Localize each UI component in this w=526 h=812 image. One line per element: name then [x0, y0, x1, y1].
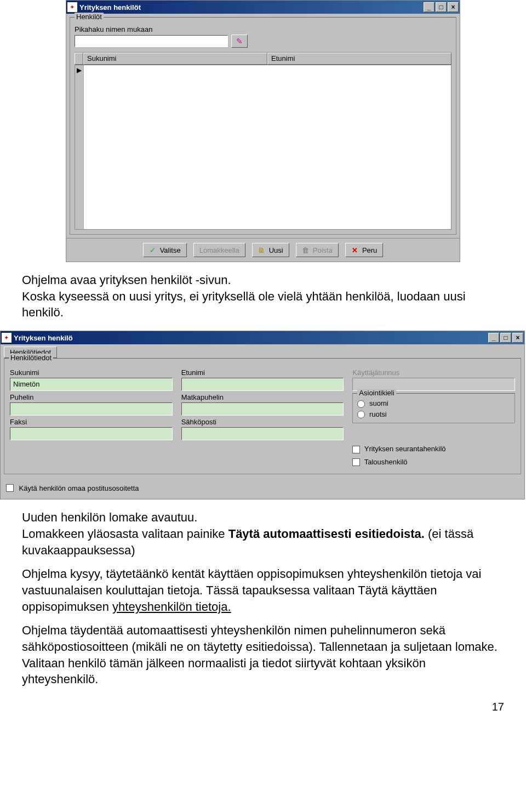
tab-row: Henkilötiedot — [1, 344, 524, 358]
clear-search-button[interactable]: ✎ — [231, 35, 248, 48]
delete-button[interactable]: 🗑 Poista — [296, 243, 339, 257]
button-row: ✓ Valitse Lomakkeella 🗎 Uusi 🗑 Poista ✕ … — [66, 238, 460, 262]
page-number: 17 — [0, 695, 526, 713]
tracking-label: Yrityksen seurantahenkilö — [364, 445, 446, 453]
p2-1c: Täytä automaattisesti esitiedoista. — [228, 527, 425, 541]
p1-line2: Koska kyseessä on uusi yritys, ei yrityk… — [22, 289, 466, 320]
table-row-selector-header — [75, 53, 83, 65]
window-buttons: _ □ × — [424, 2, 459, 12]
x-icon: ✕ — [351, 246, 359, 254]
p2-1b: Lomakkeen yläosasta valitaan painike — [22, 527, 228, 541]
email-label: Sähköposti — [181, 418, 344, 426]
group-legend: Henkilöt — [75, 13, 104, 21]
close-button[interactable]: × — [512, 333, 523, 343]
trash-icon: 🗑 — [302, 246, 310, 254]
p1-line1: Ohjelma avaa yrityksen henkilöt -sivun. — [22, 273, 231, 287]
minimize-button[interactable]: _ — [488, 333, 499, 343]
own-address-row: Käytä henkilön omaa postitusosoitetta — [1, 478, 524, 499]
cancel-label: Peru — [362, 246, 377, 254]
persons-window: ✦ Yrityksen henkilöt _ □ × Henkilöt Pika… — [66, 0, 460, 262]
form-button[interactable]: Lomakkeella — [193, 243, 245, 257]
fax-label: Faksi — [10, 418, 173, 426]
userid-label: Käyttäjätunnus — [352, 368, 515, 377]
phone-input[interactable] — [10, 402, 173, 416]
mobile-input[interactable] — [181, 402, 344, 416]
persons-group: Henkilöt Pikahaku nimen mukaan ✎ Sukunim… — [70, 17, 456, 235]
document-icon: 🗎 — [258, 246, 266, 254]
app-icon: ✦ — [2, 333, 12, 343]
firstname-label: Etunimi — [181, 368, 344, 377]
finance-checkbox[interactable] — [352, 458, 360, 466]
col-firstname[interactable]: Etunimi — [267, 53, 451, 65]
eraser-icon: ✎ — [236, 37, 243, 46]
fax-input[interactable] — [10, 427, 173, 440]
phone-label: Puhelin — [10, 393, 173, 401]
tracking-checkbox[interactable] — [352, 446, 360, 453]
form-label: Lomakkeella — [199, 246, 239, 254]
titlebar: ✦ Yrityksen henkilöt _ □ × — [66, 1, 460, 14]
search-input[interactable] — [75, 35, 228, 47]
maximize-button[interactable]: □ — [500, 333, 511, 343]
lang-fi-label: suomi — [369, 399, 388, 407]
titlebar2: ✦ Yrityksen henkilö _ □ × — [1, 331, 524, 344]
delete-label: Poista — [313, 246, 333, 254]
p2-1a: Uuden henkilön lomake avautuu. — [22, 510, 197, 524]
email-input[interactable] — [181, 427, 344, 440]
row-marker: ▶ — [75, 65, 84, 229]
check-icon: ✓ — [149, 246, 157, 254]
maximize-button[interactable]: □ — [436, 2, 447, 12]
lastname-label: Sukunimi — [10, 368, 173, 377]
ownaddr-label: Käytä henkilön omaa postitusosoitetta — [19, 484, 139, 492]
radio-ruotsi[interactable] — [357, 411, 365, 418]
close-button[interactable]: × — [448, 2, 459, 12]
lastname-input[interactable]: Nimetön — [10, 378, 173, 391]
person-details-group: Henkilötiedot Sukunimi Nimetön Etunimi K… — [4, 358, 521, 474]
mobile-label: Matkapuhelin — [181, 393, 344, 401]
window-buttons: _ □ × — [488, 333, 523, 343]
body-text-1: Ohjelma avaa yrityksen henkilöt -sivun. … — [0, 272, 526, 321]
table-header: Sukunimi Etunimi — [75, 52, 451, 65]
p2-3: Ohjelma täydentää automaattisesti yhteys… — [22, 622, 504, 688]
radio-suomi[interactable] — [357, 400, 365, 408]
p2-2a: Ohjelma kysyy, täytetäänkö kentät käyttä… — [22, 567, 482, 613]
person-window: ✦ Yrityksen henkilö _ □ × Henkilötiedot … — [0, 331, 525, 499]
new-button[interactable]: 🗎 Uusi — [252, 243, 289, 257]
window-title: Yrityksen henkilöt — [79, 3, 424, 12]
minimize-button[interactable]: _ — [424, 2, 434, 12]
new-label: Uusi — [269, 246, 283, 254]
table-body: ▶ — [75, 65, 451, 230]
app-icon: ✦ — [67, 2, 77, 12]
ownaddr-checkbox[interactable] — [6, 484, 14, 492]
window2-title: Yrityksen henkilö — [14, 334, 488, 342]
group-legend: Henkilötiedot — [9, 354, 53, 362]
select-button[interactable]: ✓ Valitse — [143, 243, 187, 257]
finance-label: Taloushenkilö — [364, 458, 408, 466]
body-text-2: Uuden henkilön lomake avautuu. Lomakkeen… — [0, 509, 526, 688]
col-lastname[interactable]: Sukunimi — [83, 53, 267, 65]
p2-2b: yhteyshenkilön tietoja. — [112, 600, 231, 614]
lang-sv-label: ruotsi — [369, 410, 387, 418]
lang-group-legend: Asiointikieli — [357, 389, 396, 397]
search-label: Pikahaku nimen mukaan — [75, 25, 451, 33]
select-label: Valitse — [160, 246, 181, 254]
table-empty-area — [84, 65, 451, 229]
firstname-input[interactable] — [181, 378, 344, 391]
cancel-button[interactable]: ✕ Peru — [345, 243, 383, 257]
